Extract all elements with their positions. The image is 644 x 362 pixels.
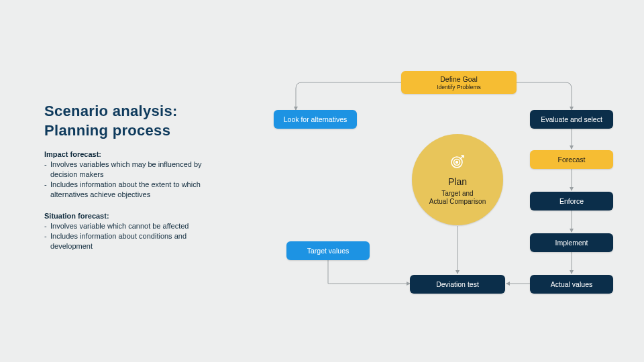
node-define-goal: Define Goal Identify Problems [401, 71, 517, 94]
node-deviation-test: Deviation test [410, 275, 505, 294]
situation-body: -Involves variable which cannot be affec… [44, 221, 219, 251]
situation-heading: Situation forecast: [44, 212, 109, 220]
node-look-alternatives: Look for alternatives [274, 110, 357, 129]
plan-sub: Target and Actual Comparison [429, 190, 486, 206]
node-define-goal-sub: Identify Problems [437, 84, 481, 90]
title-line-2: Planning process [44, 121, 178, 141]
node-implement: Implement [530, 233, 613, 252]
node-evaluate-select: Evaluate and select [530, 110, 613, 129]
plan-sub-1: Target and [429, 190, 486, 198]
node-plan-circle: Plan Target and Actual Comparison [412, 134, 503, 225]
plan-sub-2: Actual Comparison [429, 198, 486, 206]
impact-b2: Includes information about the extent to… [50, 180, 219, 200]
impact-heading: Impact forecast: [44, 150, 101, 158]
node-enforce: Enforce [530, 192, 613, 210]
situation-b2: Includes information about conditions an… [50, 231, 219, 251]
plan-title: Plan [448, 176, 467, 187]
node-enforce-label: Enforce [559, 197, 584, 205]
node-deviation-test-label: Deviation test [436, 280, 479, 288]
node-target-values-label: Target values [307, 247, 349, 255]
svg-point-2 [456, 161, 458, 163]
page-title: Scenario analysis: Planning process [44, 102, 178, 140]
node-implement-label: Implement [555, 239, 588, 247]
node-forecast: Forecast [530, 150, 613, 169]
node-evaluate-select-label: Evaluate and select [541, 115, 602, 123]
node-actual-values: Actual values [530, 275, 613, 294]
node-forecast-label: Forecast [558, 156, 586, 164]
node-target-values: Target values [286, 241, 370, 260]
target-icon [449, 154, 466, 172]
situation-b1: Involves variable which cannot be affect… [50, 221, 219, 231]
impact-b1: Involves variables which may be influenc… [50, 160, 219, 180]
node-define-goal-label: Define Goal [440, 75, 477, 83]
node-look-alternatives-label: Look for alternatives [284, 115, 347, 123]
title-line-1: Scenario analysis: [44, 102, 178, 121]
node-actual-values-label: Actual values [551, 280, 592, 288]
impact-body: -Involves variables which may be influen… [44, 160, 219, 199]
